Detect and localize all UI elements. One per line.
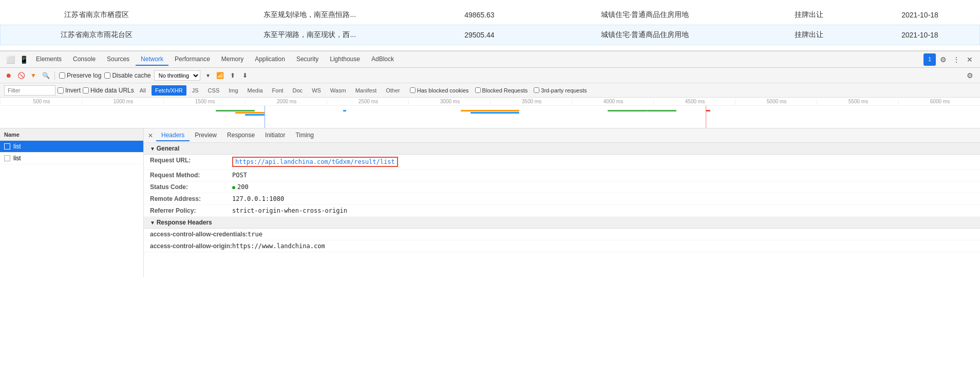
tl-marker: [265, 106, 265, 128]
record-button[interactable]: ⏺: [4, 71, 13, 80]
tl-bar-2: [235, 112, 265, 114]
tab-console[interactable]: Console: [68, 53, 101, 66]
filter-manifest[interactable]: Manifest: [352, 85, 381, 96]
request-name-1: list: [13, 155, 21, 162]
inspect-icon[interactable]: ⬜: [4, 53, 16, 66]
tab-sources[interactable]: Sources: [102, 53, 135, 66]
third-party-label: 3rd-party requests: [541, 87, 587, 94]
cell-date-2: 2021-10-18: [860, 25, 980, 45]
cell-area-2: 29505.44: [427, 25, 532, 45]
third-party-input[interactable]: [534, 87, 539, 93]
general-section-header[interactable]: General: [144, 143, 980, 155]
tl-bar-1: [216, 110, 255, 111]
tab-security[interactable]: Security: [291, 53, 324, 66]
status-dot: ●: [232, 184, 235, 190]
preserve-log-input[interactable]: [59, 72, 65, 79]
detail-row-status: Status Code: ● 200: [144, 181, 980, 193]
invert-label: Invert: [65, 87, 81, 94]
blocked-requests-checkbox[interactable]: Blocked Requests: [475, 87, 528, 94]
device-icon[interactable]: 📱: [17, 53, 30, 66]
filter-icon[interactable]: ▼: [29, 71, 38, 80]
preserve-log-checkbox[interactable]: Preserve log: [59, 72, 101, 79]
timeline-labels: 500 ms 1000 ms 1500 ms 2000 ms 2500 ms 3…: [0, 98, 980, 106]
filter-bar: Invert Hide data URLs All Fetch/XHR JS C…: [0, 83, 980, 98]
request-item-1[interactable]: list: [0, 153, 143, 164]
details-tab-initiator[interactable]: Initiator: [260, 130, 290, 141]
devtools-badge: 1: [924, 53, 936, 66]
throttle-select[interactable]: No throttling: [154, 70, 200, 81]
has-blocked-label: Has blocked cookies: [417, 87, 469, 94]
wifi-icon[interactable]: 📶: [216, 71, 225, 80]
response-section-header[interactable]: Response Headers: [144, 217, 980, 229]
detail-row-url: Request URL: https://api.landchina.com/t…: [144, 155, 980, 170]
tab-network[interactable]: Network: [136, 53, 168, 66]
search-icon[interactable]: 🔍: [41, 71, 50, 80]
details-tab-preview[interactable]: Preview: [190, 130, 222, 141]
separator-1: [54, 71, 55, 80]
tl-6000: 6000 ms: [898, 99, 980, 105]
throttle-dropdown-icon[interactable]: ▾: [203, 71, 213, 80]
detail-value-status: ● 200: [232, 183, 249, 191]
filter-font[interactable]: Font: [269, 85, 287, 96]
filter-wasm[interactable]: Wasm: [327, 85, 350, 96]
tab-performance[interactable]: Performance: [169, 53, 215, 66]
filter-js[interactable]: JS: [189, 85, 202, 96]
network-settings-icon[interactable]: ⚙: [964, 69, 976, 82]
third-party-checkbox[interactable]: 3rd-party requests: [534, 87, 587, 94]
has-blocked-input[interactable]: [410, 87, 416, 93]
tab-adblock[interactable]: AdBlock: [366, 53, 399, 66]
tab-elements[interactable]: Elements: [31, 53, 67, 66]
request-check-1: [4, 155, 10, 161]
settings-icon[interactable]: ⚙: [937, 53, 949, 66]
invert-input[interactable]: [58, 87, 64, 94]
preserve-log-label: Preserve log: [67, 72, 101, 79]
filter-input[interactable]: [4, 85, 55, 96]
request-name-0: list: [13, 143, 21, 150]
close-icon[interactable]: ✕: [964, 53, 976, 66]
more-icon[interactable]: ⋮: [950, 53, 963, 66]
detail-label-method: Request Method:: [150, 172, 232, 179]
request-item-0[interactable]: list: [0, 141, 143, 153]
close-details-button[interactable]: ✕: [148, 132, 153, 139]
hide-data-urls-input[interactable]: [83, 87, 89, 94]
clear-button[interactable]: 🚫: [16, 71, 26, 80]
import-icon[interactable]: ⬆: [228, 71, 237, 80]
filter-fetch-xhr[interactable]: Fetch/XHR: [152, 85, 186, 96]
filter-ws[interactable]: WS: [308, 85, 325, 96]
disable-cache-checkbox[interactable]: Disable cache: [104, 72, 150, 79]
tl-1000: 1000 ms: [82, 99, 163, 105]
tl-3000: 3000 ms: [408, 99, 490, 105]
detail-row-acao: access-control-allow-origin: https://www…: [144, 240, 980, 252]
filter-other[interactable]: Other: [382, 85, 404, 96]
main-panel: Name list list ✕ Headers Preview Respons…: [0, 128, 980, 277]
timeline-bars: [0, 106, 980, 128]
tab-memory[interactable]: Memory: [216, 53, 249, 66]
details-tab-timing[interactable]: Timing: [290, 130, 319, 141]
has-blocked-checkbox[interactable]: Has blocked cookies: [410, 87, 469, 94]
cell-date-1: 2021-10-18: [860, 5, 980, 25]
tab-application[interactable]: Application: [250, 53, 290, 66]
data-table: 江苏省南京市栖霞区 东至规划绿地，南至燕恒路... 49865.63 城镇住宅·…: [0, 5, 980, 45]
details-tab-response[interactable]: Response: [222, 130, 260, 141]
disable-cache-input[interactable]: [104, 72, 110, 79]
devtools-tab-bar: ⬜ 📱 Elements Console Sources Network Per…: [0, 51, 980, 68]
filter-media[interactable]: Media: [244, 85, 267, 96]
table-row-2: 江苏省南京市雨花台区 东至平湖路，南至现状，西... 29505.44 城镇住宅…: [1, 25, 980, 45]
hide-data-urls-checkbox[interactable]: Hide data URLs: [83, 87, 134, 94]
tl-2000: 2000 ms: [245, 99, 327, 105]
detail-label-referrer: Referrer Policy:: [150, 207, 232, 214]
filter-css[interactable]: CSS: [204, 85, 223, 96]
filter-doc[interactable]: Doc: [289, 85, 307, 96]
cell-method-1: 挂牌出让: [758, 5, 860, 25]
tab-lighthouse[interactable]: Lighthouse: [325, 53, 365, 66]
details-tab-headers[interactable]: Headers: [156, 130, 190, 141]
export-icon[interactable]: ⬇: [240, 71, 250, 80]
filter-img[interactable]: Img: [225, 85, 241, 96]
filter-all[interactable]: All: [136, 85, 149, 96]
details-panel: ✕ Headers Preview Response Initiator Tim…: [144, 128, 980, 277]
detail-value-referrer: strict-origin-when-cross-origin: [232, 207, 347, 214]
blocked-requests-input[interactable]: [475, 87, 481, 93]
detail-row-referrer: Referrer Policy: strict-origin-when-cros…: [144, 205, 980, 217]
tl-3500: 3500 ms: [490, 99, 572, 105]
invert-checkbox[interactable]: Invert: [58, 87, 81, 94]
